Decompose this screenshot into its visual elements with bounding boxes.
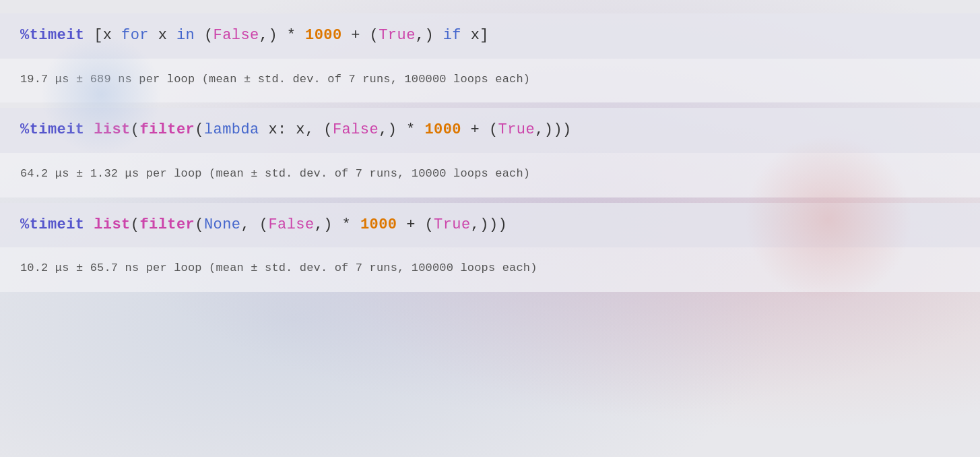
notebook-container: %timeit [x for x in (False,) * 1000 + (T… <box>0 13 980 292</box>
cell-3-output: 10.2 μs ± 65.7 ns per loop (mean ± std. … <box>0 247 980 292</box>
cell-1: %timeit [x for x in (False,) * 1000 + (T… <box>0 13 980 102</box>
cell-2-output-text: 64.2 μs ± 1.32 μs per loop (mean ± std. … <box>20 167 530 180</box>
cell-1-code[interactable]: %timeit [x for x in (False,) * 1000 + (T… <box>0 13 980 59</box>
cell-1-output-text: 19.7 μs ± 689 ns per loop (mean ± std. d… <box>20 73 530 86</box>
spacer-2 <box>0 197 980 203</box>
cell-3-output-text: 10.2 μs ± 65.7 ns per loop (mean ± std. … <box>20 262 537 274</box>
cell-1-magic: %timeit <box>20 27 85 44</box>
cell-2-output: 64.2 μs ± 1.32 μs per loop (mean ± std. … <box>0 153 980 197</box>
cell-3-magic: %timeit <box>20 216 85 233</box>
cell-2-magic: %timeit <box>20 121 85 138</box>
cell-1-output: 19.7 μs ± 689 ns per loop (mean ± std. d… <box>0 59 980 103</box>
cell-3-code[interactable]: %timeit list(filter(None, (False,) * 100… <box>0 203 980 248</box>
cell-2: %timeit list(filter(lambda x: x, (False,… <box>0 108 980 197</box>
cell-2-code[interactable]: %timeit list(filter(lambda x: x, (False,… <box>0 108 980 153</box>
cell-3: %timeit list(filter(None, (False,) * 100… <box>0 203 980 292</box>
spacer-1 <box>0 102 980 108</box>
